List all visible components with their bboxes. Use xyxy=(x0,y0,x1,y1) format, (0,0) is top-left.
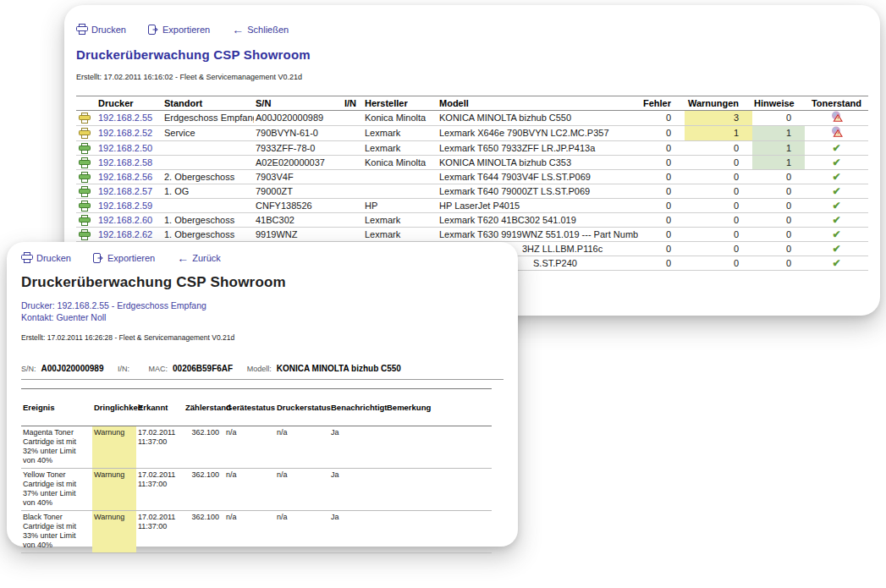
detail-toolbar: Drucken Exportieren ← Zurück xyxy=(21,252,518,263)
cell-hersteller: Konica Minolta xyxy=(363,156,437,170)
arrow-left-icon: ← xyxy=(232,25,244,34)
cell-hinweise: 0 xyxy=(752,228,805,242)
model-value: KONICA MINOLTA bizhub C550 xyxy=(277,364,401,373)
export-button[interactable]: Exportieren xyxy=(93,253,155,263)
overview-toolbar: Drucken Exportieren ← Schließen xyxy=(76,24,880,35)
check-icon: ✔ xyxy=(832,185,840,197)
cell-tonerstand: ✔ xyxy=(805,199,868,213)
sn-value: A00J020000989 xyxy=(41,364,104,373)
cell-erkannt: 17.02.2011 11:37:00 xyxy=(136,469,184,511)
cell-druckerstatus: n/a xyxy=(275,469,329,511)
printer-icon xyxy=(76,24,88,35)
col-icon xyxy=(76,96,96,111)
cell-hersteller: Konica Minolta xyxy=(363,111,437,126)
cell-tonerstand: ✔ xyxy=(805,256,868,271)
col-erkannt: Erkannt xyxy=(136,389,184,426)
contact-line: Kontakt: Guenter Noll xyxy=(21,312,518,322)
cell-geraetestatus: n/a xyxy=(224,469,275,511)
cell-sn: A02E020000037 xyxy=(254,156,343,170)
export-button[interactable]: Exportieren xyxy=(148,25,210,35)
cell-status xyxy=(76,126,96,141)
cell-warnungen: 0 xyxy=(685,184,752,199)
cell-ereignis: Yellow Toner Cartridge ist mit 37% unter… xyxy=(21,469,92,511)
cell-sn: 7933ZFF-78-0 xyxy=(254,141,343,156)
cell-modell: KONICA MINOLTA bizhub C353 xyxy=(437,156,638,170)
back-button[interactable]: ← Zurück xyxy=(177,253,221,263)
printer-row: 192.168.2.507933ZFF-78-0LexmarkLexmark T… xyxy=(76,141,868,156)
cell-warnungen: 0 xyxy=(685,242,752,256)
printer-status-icon xyxy=(79,143,95,154)
cell-zaehlerstand: 362.100 xyxy=(184,469,224,511)
cell-status xyxy=(76,213,96,228)
cell-ereignis: Magenta Toner Cartridge ist mit 32% unte… xyxy=(21,426,92,469)
cell-tonerstand xyxy=(805,111,868,126)
cell-modell: Lexmark T640 79000ZT LS.ST.P069 xyxy=(437,184,638,199)
overview-header-row: Drucker Standort S/N I/N Hersteller Mode… xyxy=(76,96,868,111)
printer-ip-link[interactable]: 192.168.2.62 xyxy=(98,229,152,239)
printer-ip-link[interactable]: 192.168.2.60 xyxy=(98,215,152,225)
cell-dringlichkeit: Warnung xyxy=(92,426,136,469)
cell-fehler: 0 xyxy=(638,141,685,156)
col-bemerkung: Bemerkung xyxy=(385,389,492,426)
cell-in xyxy=(343,141,363,156)
printer-ip-link[interactable]: 192.168.2.52 xyxy=(98,128,152,138)
cell-benachrichtigt: Ja xyxy=(329,469,385,511)
printer-row: 192.168.2.571. OG79000ZTLexmark T640 790… xyxy=(76,184,868,199)
print-button[interactable]: Drucken xyxy=(21,252,71,263)
printer-row: 192.168.2.562. Obergeschoss7903V4FLexmar… xyxy=(76,170,868,184)
close-button[interactable]: ← Schließen xyxy=(232,25,289,35)
printer-status-icon xyxy=(79,215,95,226)
cell-standort: 1. Obergeschoss xyxy=(162,228,254,242)
col-benachrichtigt: Benachrichtigt xyxy=(329,389,385,426)
cell-tonerstand: ✔ xyxy=(805,242,868,256)
cell-hersteller: Lexmark xyxy=(363,141,437,156)
sn-label: S/N: xyxy=(21,365,36,373)
cell-warnungen: 0 xyxy=(685,199,752,213)
cell-tonerstand: ✔ xyxy=(805,170,868,184)
check-icon: ✔ xyxy=(832,228,840,240)
cell-sn: 9919WNZ xyxy=(254,228,343,242)
cell-zaehlerstand: 362.100 xyxy=(184,511,224,553)
printer-ip-link[interactable]: 192.168.2.58 xyxy=(98,157,152,168)
events-table: Ereignis Dringlichkeit Erkannt Zählersta… xyxy=(21,388,492,553)
cell-sn: CNFY138526 xyxy=(254,199,343,213)
cell-hinweise: 1 xyxy=(752,126,805,141)
cell-modell: Lexmark T644 7903V4F LS.ST.P069 xyxy=(437,170,638,184)
cell-hinweise: 1 xyxy=(752,141,805,156)
export-icon xyxy=(93,253,104,263)
printer-row: 192.168.2.621. Obergeschoss9919WNZLexmar… xyxy=(76,228,868,242)
printer-ip-link[interactable]: 192.168.2.56 xyxy=(98,172,152,182)
cell-status xyxy=(76,111,96,126)
cell-sn: A00J020000989 xyxy=(254,111,343,126)
cell-fehler: 0 xyxy=(638,256,685,271)
cell-hersteller: Lexmark xyxy=(363,228,437,242)
print-button[interactable]: Drucken xyxy=(76,24,126,35)
printer-ident-line: S/N:A00J020000989 I/N: MAC:00206B59F6AF … xyxy=(21,364,504,380)
cell-standort xyxy=(162,199,254,213)
cell-warnungen: 1 xyxy=(685,126,752,141)
cell-modell: Lexmark T650 7933ZFF LR.JP.P413a xyxy=(437,141,638,156)
export-button-label: Exportieren xyxy=(162,25,210,35)
printer-ip-link[interactable]: 192.168.2.50 xyxy=(98,143,152,153)
cell-druckerstatus: n/a xyxy=(275,511,329,553)
cell-erkannt: 17.02.2011 11:37:00 xyxy=(136,426,184,469)
cell-drucker: 192.168.2.60 xyxy=(96,213,162,228)
col-zaehlerstand: Zählerstand xyxy=(184,389,224,426)
cell-standort xyxy=(162,141,254,156)
cell-hinweise: 0 xyxy=(752,170,805,184)
cell-warnungen: 0 xyxy=(685,256,752,271)
col-sn: S/N xyxy=(254,96,343,111)
cell-druckerstatus: n/a xyxy=(275,426,329,469)
cell-hersteller xyxy=(363,184,437,199)
printer-ip-link[interactable]: 192.168.2.59 xyxy=(98,201,152,211)
col-hinweise: Hinweise xyxy=(752,96,805,111)
printer-row: 192.168.2.59CNFY138526HPHP LaserJet P401… xyxy=(76,199,868,213)
printer-ip-link[interactable]: 192.168.2.57 xyxy=(98,186,152,196)
cell-fehler: 0 xyxy=(638,111,685,126)
col-warnungen: Warnungen xyxy=(685,96,752,111)
printer-ip-link[interactable]: 192.168.2.55 xyxy=(98,113,152,123)
col-tonerstand: Tonerstand xyxy=(805,96,868,111)
cell-sn: 790BVYN-61-0 xyxy=(254,126,343,141)
event-row: Magenta Toner Cartridge ist mit 32% unte… xyxy=(21,426,492,469)
cell-fehler: 0 xyxy=(638,199,685,213)
